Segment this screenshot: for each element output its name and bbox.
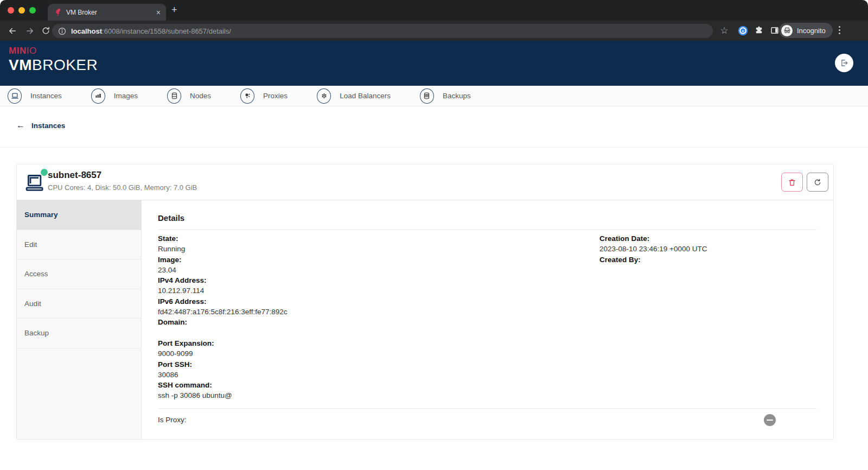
- minio-flamingo-favicon: [54, 8, 61, 16]
- field-label-domain: Domain:: [158, 317, 599, 327]
- url-bar[interactable]: localhost:6008/instance/1558/subnet-8657…: [52, 24, 713, 38]
- field-label-image: Image:: [158, 255, 599, 265]
- field-label-created-by: Created By:: [599, 255, 817, 265]
- url-path: :6008/instance/1558/subnet-8657/details/: [102, 27, 231, 35]
- is-proxy-label: Is Proxy:: [158, 416, 187, 424]
- browser-menu-button[interactable]: [839, 26, 840, 34]
- trash-icon: [788, 178, 796, 187]
- is-proxy-row: Is Proxy:: [158, 414, 817, 426]
- incognito-icon: [783, 27, 791, 34]
- instance-specs: CPU Cores: 4, Disk: 50.0 GiB, Memory: 7.…: [48, 183, 197, 192]
- network-icon: [240, 88, 254, 104]
- nav-item-images[interactable]: Images: [91, 88, 167, 104]
- password-extension-icon: [737, 25, 749, 36]
- field-value-state: Running: [158, 244, 599, 254]
- nav-item-label: Nodes: [190, 92, 211, 100]
- window-minimize-button[interactable]: [18, 7, 25, 14]
- field-label-creation-date: Creation Date:: [599, 233, 817, 244]
- tab-audit[interactable]: Audit: [17, 289, 141, 319]
- delete-button[interactable]: [781, 173, 803, 192]
- field-value-ipv4: 10.212.97.114: [158, 285, 599, 296]
- field-label-ipv6: IPv6 Address:: [158, 296, 599, 307]
- app-header: MINIO VMBROKER: [0, 41, 868, 86]
- is-proxy-divider: [158, 408, 817, 409]
- instance-card: subnet-8657 CPU Cores: 4, Disk: 50.0 GiB…: [16, 164, 834, 440]
- incognito-label: Incognito: [797, 27, 826, 35]
- brand-logo: MINIO VMBROKER: [9, 46, 98, 74]
- extensions-button[interactable]: [752, 23, 766, 37]
- bookmark-star-button[interactable]: ☆: [717, 23, 731, 37]
- back-button[interactable]: [5, 24, 19, 37]
- logout-button[interactable]: [835, 54, 853, 72]
- app-navbar: Instances Images Nodes Proxies Load Bala…: [0, 86, 868, 106]
- nav-item-label: Backups: [443, 92, 471, 100]
- incognito-avatar: [781, 25, 793, 36]
- window-close-button[interactable]: [8, 7, 14, 14]
- nav-item-load-balancers[interactable]: Load Balancers: [317, 88, 420, 104]
- details-divider: [158, 230, 817, 230]
- nav-item-label: Instances: [30, 92, 62, 100]
- password-extension-button[interactable]: [736, 23, 750, 37]
- logout-icon: [839, 58, 849, 68]
- field-value-created-by: [599, 265, 817, 275]
- page-info-icon[interactable]: [58, 27, 66, 35]
- minio-logo: MINIO: [9, 46, 98, 56]
- forward-icon: [25, 26, 35, 36]
- field-label-ipv4: IPv4 Address:: [158, 275, 599, 285]
- star-icon: ☆: [720, 25, 728, 36]
- status-dot: [41, 169, 48, 176]
- nav-item-nodes[interactable]: Nodes: [167, 88, 240, 104]
- nav-item-label: Load Balancers: [340, 92, 391, 100]
- breadcrumb-back[interactable]: ← Instances: [16, 120, 65, 130]
- incognito-badge[interactable]: Incognito: [779, 23, 833, 38]
- tab-backup[interactable]: Backup: [17, 319, 141, 348]
- back-arrow-icon: ←: [16, 120, 25, 130]
- field-label-port-ssh: Port SSH:: [158, 359, 599, 370]
- details-panel: Details State: Running Image: 23.04 IPv4…: [142, 200, 833, 439]
- field-value-domain: [158, 328, 599, 338]
- database-icon: [167, 88, 181, 104]
- field-value-port-expansion: 9000-9099: [158, 348, 599, 359]
- bars-icon: [91, 88, 105, 104]
- tab-close-icon[interactable]: ×: [156, 9, 161, 16]
- details-fields: State: Running Image: 23.04 IPv4 Address…: [158, 233, 817, 401]
- instance-card-header: subnet-8657 CPU Cores: 4, Disk: 50.0 GiB…: [17, 164, 833, 200]
- detail-tabs: Summary Edit Access Audit Backup: [17, 200, 142, 439]
- puzzle-icon: [754, 26, 764, 35]
- side-panel-icon: [770, 26, 780, 35]
- window-fullscreen-button[interactable]: [29, 7, 36, 14]
- tab-summary[interactable]: Summary: [17, 200, 141, 230]
- nav-item-label: Images: [114, 92, 138, 100]
- database-icon: [420, 88, 434, 104]
- tab-title: VM Broker: [66, 9, 97, 16]
- details-right-column: Creation Date: 2023-08-10 23:46:19 +0000…: [599, 233, 817, 401]
- page-divider: [0, 147, 868, 148]
- back-icon: [8, 26, 17, 36]
- details-heading: Details: [158, 213, 817, 223]
- field-label-ssh-command: SSH command:: [158, 380, 599, 390]
- field-label-port-expansion: Port Expansion:: [158, 338, 599, 348]
- nav-item-backups[interactable]: Backups: [420, 88, 500, 104]
- nav-item-label: Proxies: [263, 92, 288, 100]
- field-value-port-ssh: 30086: [158, 370, 599, 380]
- tab-access[interactable]: Access: [17, 259, 141, 289]
- new-tab-button[interactable]: +: [171, 4, 177, 16]
- reload-icon: [41, 26, 50, 35]
- tab-edit[interactable]: Edit: [17, 230, 141, 260]
- refresh-button[interactable]: [807, 173, 828, 192]
- instance-name: subnet-8657: [48, 170, 101, 181]
- field-value-ssh-command: ssh -p 30086 ubuntu@: [158, 390, 599, 401]
- field-label-state: State:: [158, 233, 599, 244]
- url-host: localhost: [71, 27, 102, 35]
- field-value-image: 23.04: [158, 265, 599, 275]
- field-value-ipv6: fd42:4487:a176:5c8f:216:3eff:fe77:892c: [158, 307, 599, 317]
- vmbroker-logo: VMBROKER: [9, 56, 98, 74]
- forward-button[interactable]: [23, 24, 36, 37]
- reload-button[interactable]: [39, 24, 53, 37]
- details-left-column: State: Running Image: 23.04 IPv4 Address…: [158, 233, 599, 401]
- cluster-icon: [317, 88, 331, 104]
- nav-item-proxies[interactable]: Proxies: [240, 88, 317, 104]
- nav-item-instances[interactable]: Instances: [8, 88, 91, 104]
- browser-tab[interactable]: VM Broker ×: [48, 4, 166, 21]
- minus-circle-icon[interactable]: [764, 414, 776, 426]
